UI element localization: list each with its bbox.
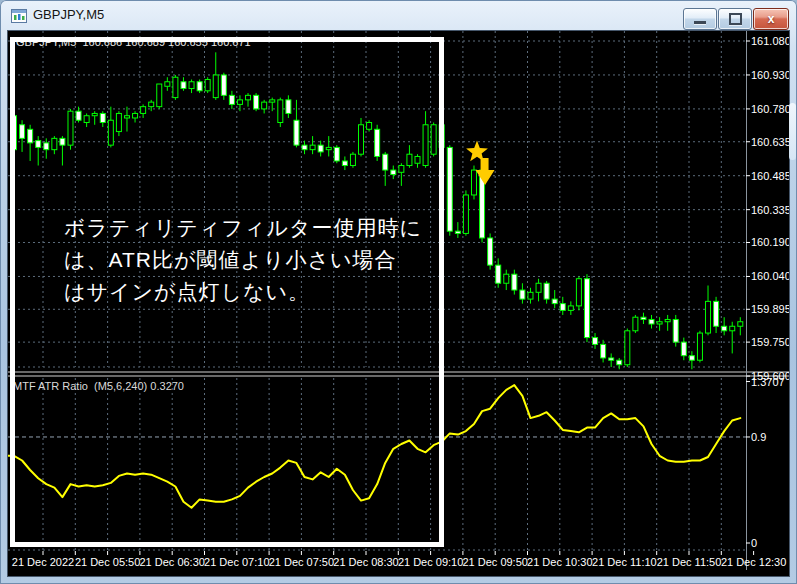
candle-bull xyxy=(463,195,468,233)
time-axis-label: 21 Dec 06:30 xyxy=(139,556,204,568)
candle-bull xyxy=(730,326,735,331)
time-axis-label: 21 Dec 09:10 xyxy=(398,556,463,568)
chart-client-area: 161.080160.930160.780160.635160.485160.3… xyxy=(8,31,789,576)
candle-bull xyxy=(536,283,541,292)
candle-bear xyxy=(447,147,452,231)
price-axis-label: 160.930 xyxy=(751,69,789,81)
candle-bear xyxy=(593,338,598,345)
time-axis-label: 21 Dec 08:30 xyxy=(333,556,398,568)
time-axis[interactable]: 21 Dec 202221 Dec 05:5021 Dec 06:3021 De… xyxy=(12,551,787,568)
candle-bear xyxy=(455,231,460,233)
candle-bull xyxy=(625,331,630,365)
indicator-axis-label: 0 xyxy=(751,537,757,549)
candle-bear xyxy=(714,301,719,326)
signal-down-arrow-icon[interactable] xyxy=(476,158,495,185)
price-axis-label: 160.635 xyxy=(751,136,789,148)
candle-bear xyxy=(689,356,694,361)
price-axis-label: 159.895 xyxy=(751,303,789,315)
candle-bull xyxy=(738,322,743,327)
window-border-glass[interactable] xyxy=(789,103,796,160)
candle-bull xyxy=(576,279,581,306)
candle-bear xyxy=(681,342,686,356)
candle-bull xyxy=(706,301,711,333)
indicator-axis-label: 1.3707 xyxy=(751,376,785,388)
candle-bear xyxy=(649,319,654,324)
candle-bear xyxy=(673,319,678,342)
time-axis-label: 21 Dec 07:10 xyxy=(204,556,269,568)
candle-bear xyxy=(552,299,557,304)
time-axis-label: 21 Dec 11:50 xyxy=(657,556,722,568)
price-axis-label: 160.190 xyxy=(751,236,789,248)
time-axis-label: 21 Dec 2022 xyxy=(12,556,74,568)
candle-bear xyxy=(609,358,614,360)
candle-bear xyxy=(617,360,622,365)
chart-window-icon xyxy=(11,8,27,24)
minimize-button[interactable] xyxy=(683,8,717,30)
highlight-rectangle[interactable] xyxy=(10,37,444,547)
candle-bear xyxy=(544,283,549,299)
candle-bull xyxy=(657,322,662,324)
candle-bear xyxy=(584,279,589,338)
time-axis-label: 21 Dec 10:30 xyxy=(527,556,592,568)
candle-bull xyxy=(568,306,573,311)
time-axis-label: 21 Dec 05:50 xyxy=(75,556,140,568)
price-axis-label: 160.485 xyxy=(751,170,789,182)
candle-bear xyxy=(512,274,517,290)
price-axis-label: 160.335 xyxy=(751,204,789,216)
price-axis-label: 160.040 xyxy=(751,270,789,282)
candle-bear xyxy=(641,317,646,319)
titlebar[interactable]: GBPJPY,M5 x xyxy=(0,0,797,31)
price-axis-label: 160.780 xyxy=(751,103,789,115)
candle-bear xyxy=(560,304,565,311)
time-axis-label: 21 Dec 12:30 xyxy=(721,556,786,568)
minimize-icon xyxy=(694,21,706,24)
candle-bull xyxy=(504,274,509,283)
close-button[interactable]: x xyxy=(753,8,789,30)
time-axis-label: 21 Dec 07:50 xyxy=(269,556,334,568)
candle-bull xyxy=(665,319,670,321)
chart-window: GBPJPY,M5 x 161.080160.930160.780160.635… xyxy=(0,0,797,584)
candle-bull xyxy=(697,333,702,360)
candle-bull xyxy=(471,170,476,195)
price-axis[interactable]: 161.080160.930160.780160.635160.485160.3… xyxy=(746,35,789,382)
candle-bear xyxy=(488,238,493,265)
candle-bear xyxy=(496,265,501,283)
indicator-axis-label: 0.9 xyxy=(751,431,766,443)
candle-bull xyxy=(528,292,533,299)
close-icon: x xyxy=(768,13,775,25)
candle-bear xyxy=(601,344,606,358)
candle-bear xyxy=(722,326,727,331)
candle-bull xyxy=(633,317,638,331)
restore-button[interactable] xyxy=(718,8,752,30)
candle-bear xyxy=(520,290,525,299)
price-axis-label: 159.750 xyxy=(751,336,789,348)
time-axis-label: 21 Dec 11:10 xyxy=(592,556,657,568)
restore-icon xyxy=(729,13,742,25)
price-axis-label: 161.080 xyxy=(751,35,789,47)
window-title: GBPJPY,M5 xyxy=(33,7,104,22)
window-controls: x xyxy=(682,8,789,30)
time-axis-label: 21 Dec 09:50 xyxy=(462,556,527,568)
